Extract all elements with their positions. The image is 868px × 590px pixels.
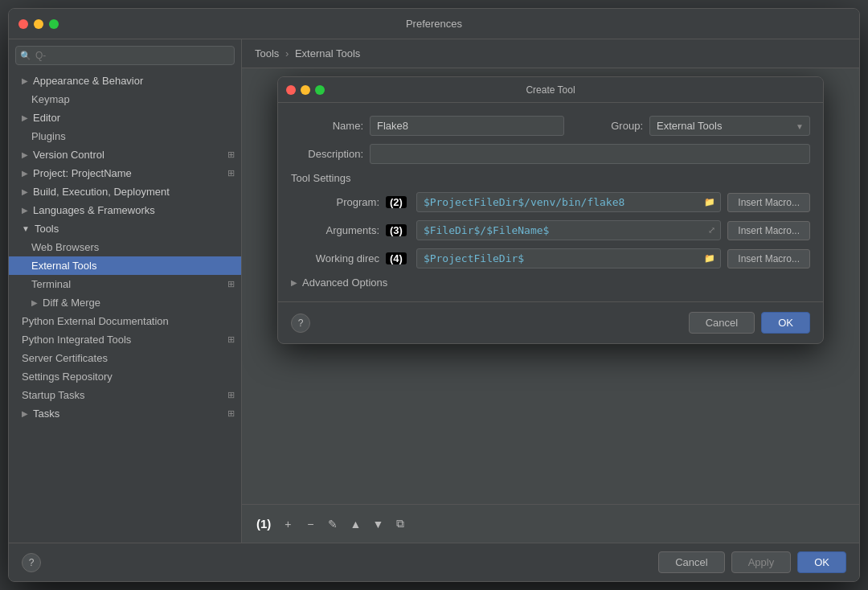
sidebar-item-tasks[interactable]: ▶ Tasks ⊞ [9, 404, 241, 423]
working-dir-label: Working direc [291, 252, 379, 264]
repo-icon: ⊞ [227, 279, 235, 289]
arrow-icon: ▶ [22, 76, 28, 85]
footer-apply-button[interactable]: Apply [731, 551, 792, 573]
create-tool-dialog: Create Tool Name: Group: [277, 76, 824, 344]
sidebar-item-diff-merge[interactable]: ▶ Diff & Merge [9, 293, 241, 312]
dialog-minimize-button[interactable] [301, 85, 310, 95]
dialog-title: Create Tool [526, 84, 575, 96]
arrow-icon: ▶ [22, 409, 28, 418]
search-icon: 🔍 [20, 51, 31, 61]
sidebar-item-label: Plugins [31, 130, 66, 142]
group-select[interactable]: External Tools [649, 116, 810, 136]
footer-cancel-button[interactable]: Cancel [658, 551, 724, 573]
group-select-wrapper[interactable]: External Tools ▼ [649, 116, 810, 136]
dialog-ok-button[interactable]: OK [761, 312, 810, 334]
arrow-icon: ▼ [22, 224, 30, 233]
sidebar-item-keymap[interactable]: Keymap [9, 90, 241, 109]
repo-icon: ⊞ [227, 168, 235, 178]
sidebar-item-python-ext-doc[interactable]: Python External Documentation [9, 312, 241, 330]
search-input[interactable] [15, 46, 235, 65]
close-button[interactable] [18, 19, 28, 29]
sidebar-item-label: Version Control [33, 149, 104, 161]
arguments-label: Arguments: [291, 224, 379, 236]
desc-row: Description: [291, 144, 810, 164]
name-group-row: Name: Group: External Tools ▼ [291, 116, 810, 136]
program-badge: (2) [386, 196, 407, 208]
sidebar-item-startup-tasks[interactable]: Startup Tasks ⊞ [9, 386, 241, 404]
right-panel: Tools › External Tools [242, 39, 859, 543]
program-input-wrap[interactable]: 📁 [416, 192, 721, 212]
main-footer: ? Cancel Apply OK [9, 543, 859, 581]
working-dir-insert-macro-button[interactable]: Insert Macro... [727, 249, 810, 268]
sidebar-item-build[interactable]: ▶ Build, Execution, Deployment [9, 182, 241, 201]
chevron-right-icon: ▶ [291, 278, 297, 287]
dialog-maximize-button[interactable] [315, 85, 325, 95]
repo-icon: ⊞ [227, 150, 235, 160]
program-label: Program: [291, 196, 379, 208]
move-up-button[interactable]: ▲ [345, 514, 366, 534]
dialog-close-button[interactable] [286, 85, 296, 95]
edit-tool-button[interactable]: ✎ [322, 514, 343, 534]
name-input[interactable] [370, 116, 564, 136]
copy-tool-button[interactable]: ⧉ [390, 514, 411, 534]
preferences-window: Preferences 🔍 ▶ Appearance & Behavior Ke… [8, 8, 860, 582]
sidebar-item-settings-repo[interactable]: Settings Repository [9, 367, 241, 386]
working-dir-input[interactable] [417, 249, 699, 268]
sidebar-item-label: External Tools [31, 260, 96, 272]
window-title: Preferences [406, 18, 462, 30]
arrow-icon: ▶ [22, 206, 28, 215]
program-insert-macro-button[interactable]: Insert Macro... [727, 193, 810, 212]
maximize-button[interactable] [49, 19, 59, 29]
sidebar-item-label: Tasks [33, 408, 59, 420]
sidebar-item-external-tools[interactable]: External Tools [9, 256, 241, 275]
sidebar-item-label: Appearance & Behavior [33, 75, 143, 87]
arguments-badge: (3) [386, 224, 407, 236]
sidebar-item-label: Web Browsers [31, 241, 99, 253]
sidebar-item-web-browsers[interactable]: Web Browsers [9, 238, 241, 256]
program-input[interactable] [417, 193, 699, 211]
dialog-traffic-lights [286, 85, 325, 95]
bottom-toolbar: (1) + − ✎ ▲ ▼ ⧉ [242, 504, 859, 543]
dialog-help-button[interactable]: ? [291, 313, 310, 333]
folder-icon[interactable]: 📁 [699, 253, 720, 264]
advanced-options[interactable]: ▶ Advanced Options [291, 277, 810, 289]
dialog-cancel-button[interactable]: Cancel [689, 312, 755, 334]
advanced-options-label: Advanced Options [302, 277, 387, 289]
name-label: Name: [291, 120, 363, 132]
search-box[interactable]: 🔍 [15, 46, 235, 65]
arrow-icon: ▶ [22, 187, 28, 196]
dialog-title-bar: Create Tool [278, 77, 823, 103]
sidebar-item-label: Keymap [31, 93, 70, 105]
sidebar-item-appearance[interactable]: ▶ Appearance & Behavior [9, 72, 241, 90]
move-down-button[interactable]: ▼ [367, 514, 388, 534]
repo-icon: ⊞ [227, 390, 235, 400]
sidebar-item-python-int-tools[interactable]: Python Integrated Tools ⊞ [9, 330, 241, 349]
folder-icon[interactable]: 📁 [699, 197, 720, 207]
sidebar-item-label: Diff & Merge [43, 297, 100, 309]
sidebar-item-editor[interactable]: ▶ Editor [9, 109, 241, 127]
footer-ok-button[interactable]: OK [797, 551, 846, 573]
dialog-footer: ? Cancel OK [278, 301, 823, 343]
sidebar-item-version-control[interactable]: ▶ Version Control ⊞ [9, 145, 241, 164]
expand-icon[interactable]: ⤢ [703, 225, 720, 236]
sidebar: 🔍 ▶ Appearance & Behavior Keymap ▶ Edito… [9, 39, 242, 543]
sidebar-item-project[interactable]: ▶ Project: ProjectName ⊞ [9, 164, 241, 182]
sidebar-item-label: Build, Execution, Deployment [33, 186, 170, 198]
label-1: (1) [256, 517, 271, 531]
arguments-insert-macro-button[interactable]: Insert Macro... [727, 221, 810, 240]
sidebar-item-terminal[interactable]: Terminal ⊞ [9, 275, 241, 293]
sidebar-item-plugins[interactable]: Plugins [9, 127, 241, 145]
sidebar-item-server-certs[interactable]: Server Certificates [9, 349, 241, 367]
breadcrumb-part-1: Tools [255, 47, 279, 59]
minimize-button[interactable] [34, 19, 43, 29]
sidebar-item-languages[interactable]: ▶ Languages & Frameworks [9, 201, 241, 219]
sidebar-item-tools[interactable]: ▼ Tools [9, 219, 241, 238]
working-dir-input-wrap[interactable]: 📁 [416, 248, 721, 268]
arguments-input[interactable] [417, 221, 703, 240]
desc-input[interactable] [370, 144, 810, 164]
remove-tool-button[interactable]: − [300, 514, 321, 534]
add-tool-button[interactable]: + [277, 514, 298, 534]
arguments-input-wrap[interactable]: ⤢ [416, 220, 721, 240]
program-row: Program: (2) 📁 Insert Macro... [291, 192, 810, 212]
footer-help-button[interactable]: ? [22, 553, 41, 572]
